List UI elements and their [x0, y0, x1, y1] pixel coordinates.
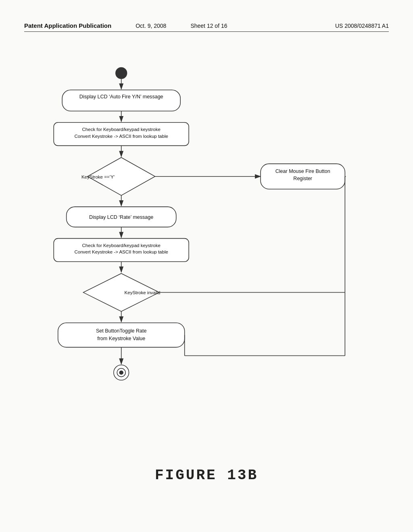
svg-text:Check for Keyboard/keypad keys: Check for Keyboard/keypad keystroke [82, 243, 161, 248]
node-set-button [58, 323, 185, 347]
svg-text:Check for Keyboard/keypad keys: Check for Keyboard/keypad keystroke [82, 127, 161, 132]
svg-text:Clear Mouse Fire Button: Clear Mouse Fire Button [275, 168, 330, 174]
svg-text:Display LCD ‘Auto Fire Y/N’ me: Display LCD ‘Auto Fire Y/N’ message [79, 94, 163, 100]
start-dot [115, 67, 127, 79]
svg-text:KeyStroke ==’Y’: KeyStroke ==’Y’ [81, 175, 115, 179]
end-dot [119, 370, 123, 374]
svg-text:from Keystroke Value: from Keystroke Value [97, 336, 145, 341]
node-display-auto [62, 90, 180, 111]
svg-text:Convert Keystroke -> ASCII fro: Convert Keystroke -> ASCII from lookup t… [75, 249, 168, 254]
header-us-number: US 2008/0248871 A1 [335, 23, 389, 29]
svg-text:Convert Keystroke -> ASCII fro: Convert Keystroke -> ASCII from lookup t… [75, 134, 168, 139]
figure-label: FIGURE 13B [155, 467, 258, 484]
flowchart-diagram: Display LCD ‘Auto Fire Y/N’ message Chec… [24, 60, 387, 423]
page: Patent Application Publication Oct. 9, 2… [0, 0, 413, 532]
page-header: Patent Application Publication Oct. 9, 2… [24, 22, 389, 32]
header-sheet: Sheet 12 of 16 [190, 23, 227, 29]
svg-text:KeyStroke invalid: KeyStroke invalid [125, 290, 161, 295]
svg-text:Register: Register [293, 176, 312, 181]
header-date: Oct. 9, 2008 [136, 23, 166, 29]
flowchart-svg: Display LCD ‘Auto Fire Y/N’ message Chec… [24, 60, 387, 423]
svg-text:Set ButtonToggle Rate: Set ButtonToggle Rate [96, 328, 147, 334]
patent-label: Patent Application Publication [24, 22, 111, 29]
svg-text:Display LCD ‘Rate’ message: Display LCD ‘Rate’ message [89, 214, 153, 220]
